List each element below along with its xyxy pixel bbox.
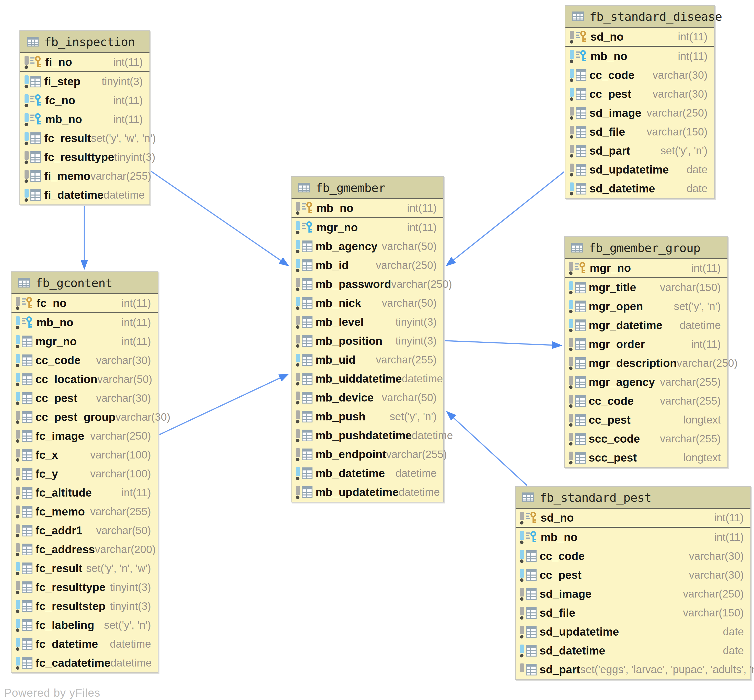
column-row-fi_memo[interactable]: fi_memovarchar(255) [20, 167, 150, 186]
column-row-sd_part[interactable]: sd_partset('y', 'n') [565, 141, 714, 160]
indexed-bar-icon [24, 75, 30, 88]
relationship-arrow-fb_gmember-to-fb_gmember_group[interactable] [445, 341, 562, 349]
column-row-scc_pest[interactable]: scc_pestlongtext [565, 448, 727, 467]
table-node-fb_standard_disease[interactable]: fb_standard_disease sd_noint(11) mb_noin… [565, 5, 715, 199]
column-row-sd_part[interactable]: sd_partset('eggs', 'larvae', 'pupae', 'a… [516, 660, 751, 679]
column-row-mgr_no[interactable]: mgr_noint(11) [11, 332, 158, 351]
column-type: int(11) [714, 531, 744, 543]
column-row-cc_code[interactable]: cc_codevarchar(30) [11, 351, 158, 370]
column-row-cc_pest[interactable]: cc_pestlongtext [565, 411, 727, 429]
column-row-mb_agency[interactable]: mb_agencyvarchar(50) [292, 237, 443, 256]
column-row-fi_datetime[interactable]: fi_datetimedatetime [20, 186, 150, 205]
column-row-mb_uiddatetime[interactable]: mb_uiddatetimedatetime [292, 369, 443, 388]
column-row-mgr_agency[interactable]: mgr_agencyvarchar(255) [565, 373, 727, 392]
column-row-fi_step[interactable]: fi_steptinyint(3) [20, 72, 150, 91]
column-row-mb_updatetime[interactable]: mb_updatetimedatetime [292, 483, 443, 502]
table-node-fb_gmember[interactable]: fb_gmember mb_noint(11) mgr_noint(11) mb… [291, 177, 444, 502]
column-row-mb_no[interactable]: mb_noint(11) [565, 47, 714, 66]
column-row-mgr_no[interactable]: mgr_noint(11) [565, 259, 727, 278]
column-row-mb_push[interactable]: mb_pushset('y', 'n') [292, 407, 443, 426]
column-row-cc_pest_group[interactable]: cc_pest_groupvarchar(30) [11, 408, 158, 427]
column-row-sd_image[interactable]: sd_imagevarchar(250) [516, 584, 751, 603]
column-row-mb_uid[interactable]: mb_uidvarchar(255) [292, 350, 443, 369]
column-row-mgr_no[interactable]: mgr_noint(11) [292, 218, 443, 237]
column-row-fc_address[interactable]: fc_addressvarchar(200) [11, 540, 158, 559]
column-row-mb_no[interactable]: mb_noint(11) [516, 528, 751, 547]
table-header[interactable]: fb_inspection [20, 31, 150, 53]
column-row-mgr_datetime[interactable]: mgr_datetimedatetime [565, 316, 727, 335]
column-row-mb_endpoint[interactable]: mb_endpointvarchar(255) [292, 445, 443, 464]
column-row-fi_no[interactable]: fi_noint(11) [20, 53, 150, 72]
column-row-mb_nick[interactable]: mb_nickvarchar(50) [292, 294, 443, 312]
foreign-key-icon [302, 221, 314, 234]
column-row-fc_no[interactable]: fc_noint(11) [11, 294, 158, 313]
column-row-cc_code[interactable]: cc_codevarchar(30) [565, 66, 714, 84]
column-row-cc_location[interactable]: cc_locationvarchar(50) [11, 370, 158, 389]
table-header[interactable]: fb_gmember [292, 177, 443, 199]
column-row-mgr_title[interactable]: mgr_titlevarchar(150) [565, 278, 727, 297]
column-row-cc_pest[interactable]: cc_pestvarchar(30) [516, 566, 751, 584]
column-row-fc_altitude[interactable]: fc_altitudeint(11) [11, 483, 158, 502]
column-type: varchar(50) [382, 240, 437, 253]
column-row-fc_no[interactable]: fc_noint(11) [20, 91, 150, 110]
column-row-sd_no[interactable]: sd_noint(11) [516, 509, 751, 528]
table-node-fb_standard_pest[interactable]: fb_standard_pest sd_noint(11) mb_noint(1… [515, 486, 751, 680]
column-row-cc_pest[interactable]: cc_pestvarchar(30) [565, 84, 714, 103]
relationship-arrow-fb_standard_disease-to-fb_gmember[interactable] [446, 172, 564, 266]
column-row-cc_code[interactable]: cc_codevarchar(30) [516, 547, 751, 566]
column-row-sd_file[interactable]: sd_filevarchar(150) [516, 603, 751, 622]
relationship-arrow-fb_inspection-to-fb_gmember[interactable] [150, 171, 289, 266]
column-row-fc_result[interactable]: fc_resultset('y', 'w', 'n') [20, 129, 150, 148]
column-row-mgr_open[interactable]: mgr_openset('y', 'n') [565, 297, 727, 316]
column-row-fc_addr1[interactable]: fc_addr1varchar(50) [11, 521, 158, 540]
column-row-mb_password[interactable]: mb_passwordvarchar(250) [292, 275, 443, 294]
relationship-arrow-fb_gcontent-to-fb_gmember[interactable] [159, 373, 289, 435]
column-row-sd_no[interactable]: sd_noint(11) [565, 28, 714, 47]
column-row-mgr_description[interactable]: mgr_descriptionvarchar(250) [565, 354, 727, 373]
column-type: date [687, 164, 707, 176]
column-row-sd_datetime[interactable]: sd_datetimedate [565, 179, 714, 198]
column-row-sd_updatetime[interactable]: sd_updatetimedate [516, 622, 751, 641]
column-row-mb_no[interactable]: mb_noint(11) [20, 110, 150, 129]
column-row-fc_y[interactable]: fc_yvarchar(100) [11, 464, 158, 483]
column-row-mb_no[interactable]: mb_noint(11) [292, 199, 443, 218]
column-row-fc_resultstep[interactable]: fc_resultsteptinyint(3) [11, 597, 158, 616]
table-node-fb_gcontent[interactable]: fb_gcontent fc_noint(11) mb_noint(11) mg… [11, 272, 158, 673]
column-row-fc_image[interactable]: fc_imagevarchar(250) [11, 427, 158, 445]
column-row-mb_no[interactable]: mb_noint(11) [11, 313, 158, 332]
column-row-fc_x[interactable]: fc_xvarchar(100) [11, 445, 158, 464]
relationship-arrow-fb_inspection-to-fb_gcontent[interactable] [81, 204, 88, 270]
column-row-mb_id[interactable]: mb_idvarchar(250) [292, 256, 443, 275]
relationship-arrow-fb_standard_pest-to-fb_gmember[interactable] [446, 411, 527, 486]
column-row-fc_datetime[interactable]: fc_datetimedatetime [11, 634, 158, 653]
table-header[interactable]: fb_standard_disease [565, 6, 714, 28]
column-row-mb_position[interactable]: mb_positiontinyint(3) [292, 331, 443, 350]
column-row-fc_labeling[interactable]: fc_labelingset('y', 'n') [11, 616, 158, 634]
column-row-mb_datetime[interactable]: mb_datetimedatetime [292, 464, 443, 483]
column-row-fc_memo[interactable]: fc_memovarchar(255) [11, 502, 158, 521]
column-row-mb_device[interactable]: mb_devicevarchar(50) [292, 388, 443, 407]
column-row-fc_resulttype[interactable]: fc_resulttypetinyint(3) [20, 148, 150, 167]
column-icon [575, 338, 585, 350]
column-row-fc_cadatetime[interactable]: fc_cadatetimedatetime [11, 653, 158, 672]
table-node-fb_inspection[interactable]: fb_inspection fi_noint(11) fi_steptinyin… [19, 30, 150, 205]
indexed-bar-icon [295, 296, 302, 310]
column-row-sd_file[interactable]: sd_filevarchar(150) [565, 122, 714, 141]
table-node-fb_gmember_group[interactable]: fb_gmember_group mgr_noint(11) mgr_title… [564, 236, 728, 468]
column-row-cc_code[interactable]: cc_codevarchar(255) [565, 392, 727, 411]
column-row-sd_datetime[interactable]: sd_datetimedate [516, 641, 751, 660]
column-row-fc_resulttype[interactable]: fc_resulttypetinyint(3) [11, 578, 158, 597]
column-row-mb_level[interactable]: mb_leveltinyint(3) [292, 312, 443, 331]
table-header[interactable]: fb_gcontent [11, 272, 158, 294]
column-row-fc_result[interactable]: fc_resultset('y', 'n', 'w') [11, 559, 158, 578]
column-icon [575, 319, 585, 331]
column-row-mb_pushdatetime[interactable]: mb_pushdatetimedatetime [292, 426, 443, 445]
column-row-sd_image[interactable]: sd_imagevarchar(250) [565, 103, 714, 122]
table-header[interactable]: fb_gmember_group [565, 237, 727, 259]
column-row-mgr_order[interactable]: mgr_orderint(11) [565, 335, 727, 354]
column-row-scc_code[interactable]: scc_codevarchar(255) [565, 429, 727, 448]
column-type: set('y', 'n') [104, 619, 151, 631]
table-header[interactable]: fb_standard_pest [516, 487, 751, 509]
column-row-cc_pest[interactable]: cc_pestvarchar(30) [11, 389, 158, 408]
column-row-sd_updatetime[interactable]: sd_updatetimedate [565, 160, 714, 179]
